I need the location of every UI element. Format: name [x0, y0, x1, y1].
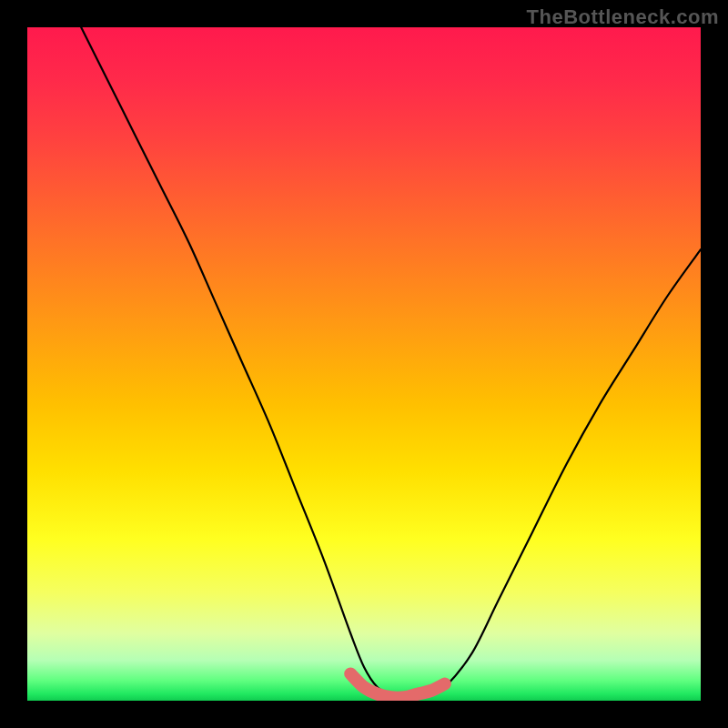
watermark-text: TheBottleneck.com: [527, 5, 719, 29]
plot-area: [27, 27, 701, 701]
chart-frame: TheBottleneck.com: [0, 0, 728, 728]
chart-svg: [27, 27, 701, 701]
optimal-band: [350, 673, 445, 697]
bottleneck-curve: [81, 27, 701, 698]
